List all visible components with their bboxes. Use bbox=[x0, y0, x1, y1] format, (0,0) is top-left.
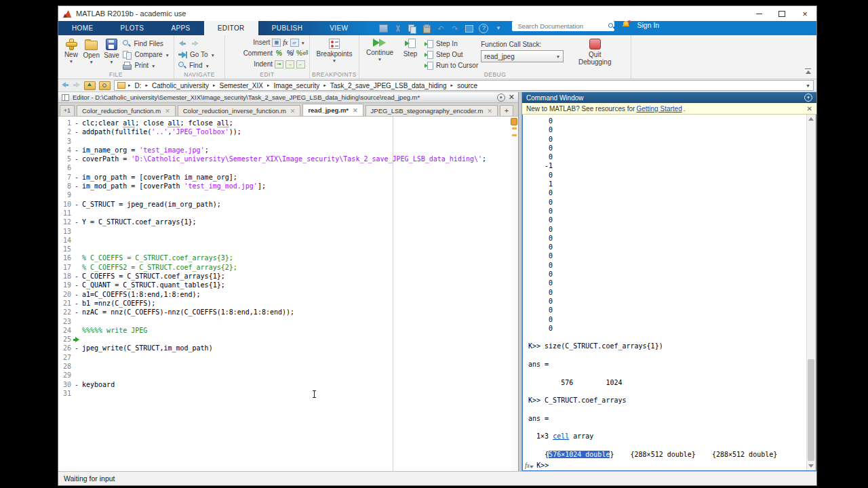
line-number[interactable]: 14 bbox=[58, 236, 71, 245]
code-line[interactable]: 11 bbox=[58, 209, 518, 218]
line-number[interactable]: 6 bbox=[58, 163, 71, 172]
minimize-button[interactable] bbox=[747, 6, 770, 21]
getting-started-link[interactable]: Getting Started bbox=[636, 105, 682, 113]
breadcrumb-segment[interactable]: Task_2_save_JPEG_LSB_data_hiding bbox=[330, 82, 447, 89]
qat-switch-window-icon[interactable] bbox=[465, 24, 473, 33]
collapse-ribbon-icon[interactable] bbox=[804, 68, 812, 75]
step-button[interactable]: Step bbox=[399, 37, 422, 70]
code-line[interactable]: 31 bbox=[58, 389, 518, 398]
run-to-cursor-button[interactable]: Run to Cursor bbox=[425, 60, 478, 70]
qat-paste-icon[interactable] bbox=[422, 24, 431, 33]
mlint-warning-tick[interactable] bbox=[512, 127, 517, 129]
breadcrumb-segment[interactable]: Image_security bbox=[273, 82, 319, 89]
command-window-menu-icon[interactable]: ▼ bbox=[804, 94, 812, 102]
new-tab-button[interactable]: + bbox=[500, 105, 513, 116]
line-number[interactable]: 10 bbox=[58, 200, 71, 209]
insert-label[interactable]: Insert bbox=[239, 39, 270, 46]
insert-fx-icon[interactable]: fx bbox=[283, 39, 288, 46]
code-line[interactable]: 7-im_org_path = [coverPath im_name_org]; bbox=[58, 173, 518, 182]
line-number[interactable]: 13 bbox=[58, 227, 71, 236]
scroll-down-icon[interactable] bbox=[808, 464, 814, 468]
back-arrow-icon[interactable] bbox=[61, 82, 69, 89]
line-number[interactable]: 22 bbox=[58, 308, 71, 317]
breadcrumb-segment[interactable]: Semester_XIX bbox=[219, 82, 262, 89]
editor-tab[interactable]: Color_reduction_function.m✕ bbox=[77, 105, 176, 116]
editor-menu-icon[interactable]: ▼ bbox=[497, 94, 505, 102]
tab-close-icon[interactable]: ✕ bbox=[353, 107, 358, 114]
tab-overflow-indicator[interactable]: +1 bbox=[60, 105, 75, 116]
qat-more-icon[interactable]: ▼ bbox=[494, 24, 502, 33]
editor-close-icon[interactable]: ✕ bbox=[509, 94, 515, 101]
ribbon-tab-home[interactable]: HOME bbox=[58, 21, 107, 35]
banner-close-icon[interactable]: ✕ bbox=[807, 105, 812, 113]
code-line[interactable]: 21-b1 =nnz(C_COEFFS); bbox=[58, 299, 518, 308]
breadcrumb-dropdown-icon[interactable]: ▼ bbox=[806, 83, 810, 88]
fx-icon[interactable]: fx bbox=[525, 462, 534, 469]
find-files-button[interactable]: Find Files bbox=[123, 39, 170, 49]
step-in-button[interactable]: Step In bbox=[425, 39, 478, 49]
code-line[interactable]: 18-C_COEFFS = C_STRUCT.coef_arrays{1}; bbox=[58, 272, 518, 281]
line-number[interactable]: 2 bbox=[58, 127, 71, 136]
line-number[interactable]: 21 bbox=[58, 299, 71, 308]
line-number[interactable]: 17 bbox=[58, 263, 71, 272]
code-line[interactable]: 14 bbox=[58, 236, 518, 245]
line-number[interactable]: 18 bbox=[58, 272, 71, 281]
code-line[interactable]: 26-jpeg_write(C_STRUCT,im_mod_path) bbox=[58, 344, 518, 352]
comment-icon[interactable]: % bbox=[275, 49, 283, 57]
code-line[interactable]: 5-coverPath = 'D:\Catholic_university\Se… bbox=[58, 155, 518, 163]
qat-redo-icon[interactable]: ↷ bbox=[450, 24, 459, 33]
code-line[interactable]: 15 bbox=[58, 245, 518, 253]
code-line[interactable]: 24%%%%% write JPEG bbox=[58, 326, 518, 335]
breadcrumb-segment[interactable]: source bbox=[457, 82, 477, 89]
qat-save-icon[interactable] bbox=[379, 24, 388, 33]
ribbon-tab-view[interactable]: VIEW bbox=[316, 21, 361, 35]
line-number[interactable]: 31 bbox=[58, 389, 71, 398]
cell-link[interactable]: cell bbox=[553, 432, 569, 440]
tab-close-icon[interactable]: ✕ bbox=[165, 108, 170, 115]
new-button[interactable]: New▼ bbox=[62, 37, 80, 70]
qat-copy-icon[interactable] bbox=[408, 24, 416, 33]
browse-folder-icon[interactable] bbox=[99, 81, 111, 90]
compare-button[interactable]: Compare▼ bbox=[123, 49, 170, 60]
insert-snippet-icon[interactable]: ▱ bbox=[290, 39, 299, 47]
go-to-button[interactable]: Go To▼ bbox=[178, 49, 220, 60]
code-line[interactable]: 8-im_mod_path = [coverPath 'test_img_mod… bbox=[58, 182, 518, 190]
code-line[interactable]: 22-nzAC = nnz(C_COEFFS)-nnz(C_COEFFS(1:8… bbox=[58, 308, 518, 317]
line-number[interactable]: 28 bbox=[58, 362, 71, 371]
code-line[interactable]: 27 bbox=[58, 353, 518, 362]
code-line[interactable]: 12-Y = C_STRUCT.coef_arrays{1}; bbox=[58, 218, 518, 226]
code-line[interactable]: 3 bbox=[58, 137, 518, 146]
code-line[interactable]: 25 bbox=[58, 335, 518, 344]
line-number[interactable]: 27 bbox=[58, 353, 71, 362]
print-button[interactable]: Print▼ bbox=[123, 60, 170, 70]
tab-close-icon[interactable]: ✕ bbox=[290, 108, 296, 115]
line-number[interactable]: 20 bbox=[58, 290, 71, 299]
back-icon[interactable] bbox=[178, 41, 186, 47]
line-number[interactable]: 7 bbox=[58, 173, 71, 182]
up-one-level-icon[interactable] bbox=[84, 81, 96, 90]
editor-tab[interactable]: read_jpeg.m*✕ bbox=[302, 104, 363, 116]
line-number[interactable]: 8 bbox=[58, 182, 71, 190]
line-number[interactable]: 24 bbox=[58, 326, 71, 335]
code-line[interactable]: 28 bbox=[58, 362, 518, 371]
qat-cut-icon[interactable] bbox=[393, 24, 402, 33]
line-number[interactable]: 11 bbox=[58, 209, 71, 218]
sign-in-link[interactable]: Sign In bbox=[637, 21, 659, 35]
code-line[interactable]: 9 bbox=[58, 190, 518, 199]
code-line[interactable]: 6 bbox=[58, 163, 518, 172]
line-number[interactable]: 19 bbox=[58, 281, 71, 289]
line-number[interactable]: 15 bbox=[58, 245, 71, 253]
close-button[interactable]: × bbox=[793, 6, 816, 21]
qat-help-icon[interactable]: ? bbox=[479, 24, 488, 33]
code-line[interactable]: 30-keyboard bbox=[58, 380, 518, 389]
scrollbar-thumb[interactable] bbox=[808, 359, 814, 461]
line-number[interactable]: 5 bbox=[58, 155, 71, 163]
ribbon-tab-apps[interactable]: APPS bbox=[157, 21, 203, 35]
line-number[interactable]: 9 bbox=[58, 190, 71, 199]
scroll-up-icon[interactable] bbox=[808, 117, 814, 121]
function-call-stack-dropdown[interactable]: read_jpeg ▼ bbox=[481, 50, 564, 62]
code-line[interactable]: 29 bbox=[58, 371, 518, 380]
line-number[interactable]: 1 bbox=[58, 119, 71, 127]
breadcrumb-segment[interactable]: Catholic_university bbox=[152, 82, 209, 89]
editor-tab[interactable]: Color_reduction_inverse_function.m✕ bbox=[178, 105, 301, 116]
